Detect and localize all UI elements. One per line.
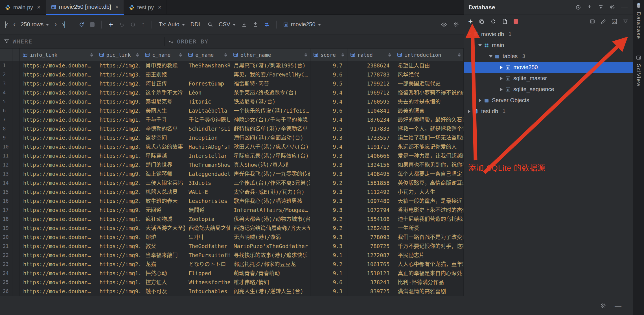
export-download-icon[interactable] [241,22,247,27]
cell-e_name[interactable]: Schindler'sList [185,124,230,133]
cell-score[interactable]: 9.5 [310,79,347,88]
cell-c_name[interactable]: 无间道 [142,205,185,215]
cell-e_name[interactable]: 西遊記大結局之仙履奇緣 [185,224,230,233]
cell-e_name[interactable]: Interstellar [185,151,230,160]
chevron-down-icon[interactable] [489,55,492,58]
cell-introduction[interactable]: 失去的才是永恒的 [394,97,464,106]
cell-e_name[interactable]: TheShawshankRede… [185,61,230,70]
cell-pic_link[interactable]: https://img2.dou… [96,187,142,196]
cell-other_name[interactable]: 星际启示录(港)/星际效应(台) [230,151,310,160]
cell-other_name[interactable]: 福雷斯特·冈普 [230,79,310,88]
cell-other_name[interactable]: 寻找快乐的故事(港)/追求快乐 [230,251,310,260]
cell-c_name[interactable]: 楚门的世界 [142,160,185,169]
cell-other_name[interactable]: 声光伴我飞(港)/一九零零的传奇 [230,169,310,178]
cell-pic_link[interactable]: https://img9.dou… [96,169,142,178]
cell-introduction[interactable]: 人人心中都有个龙猫，童年就永 [394,260,464,269]
cell-score[interactable]: 9.6 [310,70,347,79]
tree-item-sqlite-sequence[interactable]: sqlite_sequence [464,84,633,95]
cell-score[interactable]: 9.4 [310,97,347,106]
column-header-score[interactable]: score [310,49,347,61]
column-header-introduction[interactable]: introduction [394,49,464,61]
sort-toggle-icon[interactable] [179,53,183,57]
cell-rated[interactable]: 917833 [347,124,395,133]
cell-other_name[interactable]: 秋田犬八千(港)/忠犬小八(台) [230,142,310,151]
tree-item-tables[interactable]: tables3 [464,51,633,62]
cell-introduction[interactable]: 最好的宫崎骏，最好的久石让 [394,115,464,124]
previous-page-icon[interactable]: ‹ [13,21,15,28]
cell-score[interactable]: 9.6 [310,106,347,115]
cell-introduction[interactable]: 诺兰给了我们一场无法盗取的梦 [394,133,464,142]
tree-item-movie-db[interactable]: movie.db1 [464,29,633,40]
cell-other_name[interactable]: 再见，我的妾/FarewellMyC… [230,70,310,79]
cell-info_link[interactable]: https://movie.douban… [20,260,96,269]
cell-e_name[interactable]: 千と千尋の神隠し [185,115,230,124]
cell-c_name[interactable]: 龙猫 [142,260,185,269]
cell-c_name[interactable]: 当幸福来敲门 [142,251,185,260]
cell-e_name[interactable]: TheTrumanShow [185,160,230,169]
cell-e_name[interactable]: ForrestGump [185,79,230,88]
editor-tab-movie250-movie.db-[interactable]: movie250 [movie.db]× [46,0,124,15]
cell-rated[interactable]: 1282480 [347,224,395,233]
cell-pic_link[interactable]: https://img9.dou… [96,205,142,215]
chevron-right-icon[interactable] [500,66,503,69]
cell-e_name[interactable]: Hachi:ADog'sTale [185,142,230,151]
tree-item-movie250[interactable]: movie250 [464,62,633,73]
cell-introduction[interactable]: 一生所爱 [394,224,464,233]
submit-arrow-icon[interactable]: ↑ [141,21,145,28]
tool-strip-tab-database[interactable]: Database [636,3,642,39]
cell-other_name[interactable]: 潜行凶间(港)/全面启动(台) [230,133,310,142]
cell-info_link[interactable]: https://movie.douban… [20,178,96,187]
cell-info_link[interactable]: https://movie.douban… [20,142,96,151]
column-header-c_name[interactable]: c_name [142,49,185,61]
cell-score[interactable]: 9.4 [310,115,347,124]
view-options-eye-icon[interactable] [441,22,447,27]
cell-c_name[interactable]: 霸王别姬 [142,70,185,79]
cell-pic_link[interactable]: https://img2.dou… [96,61,142,70]
settings-gear-icon[interactable] [600,303,606,309]
tree-item-test-db[interactable]: test.db1 [464,106,633,117]
tree-item-sqlite-master[interactable]: sqlite_master [464,73,633,84]
import-upload-icon[interactable] [253,22,258,27]
tree-item-main[interactable]: main [464,40,633,51]
cell-info_link[interactable]: https://movie.douban… [20,169,96,178]
cell-other_name[interactable]: InfernalAffairs/Mougaa… [230,205,310,215]
cell-other_name[interactable]: 三个傻瓜(台)/作死不离3兄弟(港) [230,178,310,187]
cell-rated[interactable]: 1112492 [347,187,395,196]
cell-c_name[interactable]: 控方证人 [142,278,185,287]
cell-e_name[interactable]: Flipped [185,269,230,278]
cell-other_name[interactable]: 歌声伴我心(港)/唱诗班男孩 [230,196,310,205]
cell-c_name[interactable]: 教父 [142,242,185,251]
cell-e_name[interactable]: Leschoristes [185,196,230,205]
cell-c_name[interactable]: 机器人总动员 [142,187,185,196]
cell-rated[interactable]: 1072794 [347,205,395,215]
close-tab-icon[interactable]: × [158,4,161,11]
cell-c_name[interactable]: 美丽人生 [142,106,185,115]
cell-introduction[interactable]: 香港电影史上永不过时的杰作 [394,205,464,215]
cell-e_name[interactable]: ThePursuitofHapp… [185,251,230,260]
hide-panel-icon[interactable]: — [615,302,621,309]
cell-other_name[interactable]: 神隐少女(台)/千与千寻的神隐 [230,115,310,124]
expand-all-icon[interactable] [587,5,592,10]
cell-other_name[interactable]: 西游记完结篇仙履奇缘/齐天大圣… [230,224,310,233]
cell-e_name[interactable]: Titanic [185,97,230,106]
cell-pic_link[interactable]: https://img9.dou… [96,233,142,242]
settings-gear-icon[interactable] [453,21,459,27]
cell-e_name[interactable]: 도가니 [185,233,230,242]
cell-e_name[interactable]: 3Idiots [185,178,230,187]
column-header-rated[interactable]: rated [347,49,395,61]
column-header-info_link[interactable]: info_link [20,49,96,61]
cell-info_link[interactable]: https://movie.douban… [20,215,96,224]
cell-score[interactable]: 9.3 [310,196,347,205]
cell-c_name[interactable]: 熔炉 [142,233,185,242]
cell-other_name[interactable]: 雄才伟略/情妇 [230,278,310,287]
page-size-dropdown[interactable]: 250 rows [21,21,49,28]
search-icon[interactable] [207,22,213,27]
cell-e_name[interactable]: Zootopia [185,215,230,224]
cell-introduction[interactable]: 比利·怀德满分作品 [394,278,464,287]
cell-rated[interactable]: 1799212 [347,79,395,88]
cell-introduction[interactable]: 怪蜀黍和小萝莉不得不说的故事 [394,88,464,97]
open-table-icon[interactable] [590,19,595,24]
globe-icon[interactable] [575,5,581,10]
cell-c_name[interactable]: 辛德勒的名单 [142,124,185,133]
cell-introduction[interactable]: 英俊版憨豆，高情商版谢耳朵 [394,178,464,187]
